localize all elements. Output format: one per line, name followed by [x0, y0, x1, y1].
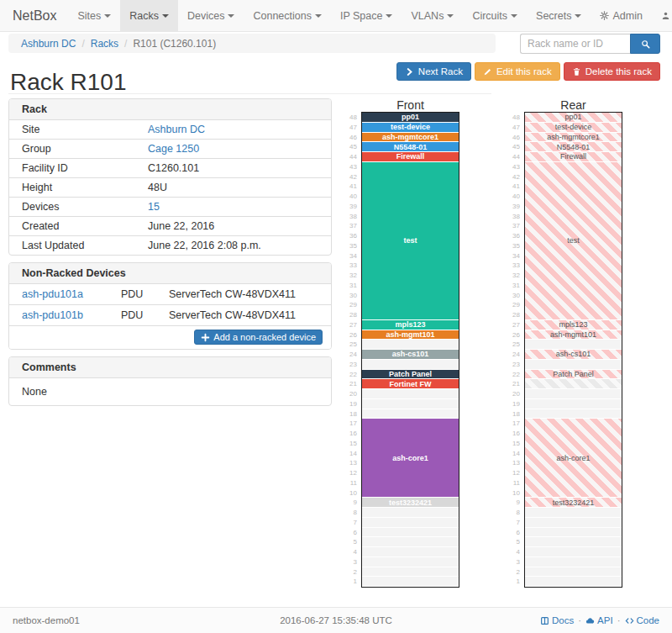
attribute-label: Facility ID	[9, 159, 135, 178]
front-empty-unit-2	[362, 567, 459, 577]
footer-link-code[interactable]: Code	[625, 615, 660, 625]
add-non-racked-device-button[interactable]: Add a non-racked device	[194, 330, 323, 345]
unit-number: 45	[343, 142, 360, 152]
delete-this-rack-button[interactable]: Delete this rack	[564, 62, 660, 81]
rear-slot-mpls123[interactable]: mpls123	[525, 320, 622, 330]
nav-item-sites[interactable]: Sites	[68, 0, 120, 31]
non-racked-panel-footer: Add a non-racked device	[9, 325, 331, 349]
nav-item-profile[interactable]: Profile	[652, 0, 672, 31]
user-nav: AdminProfileLog out	[591, 0, 672, 31]
rear-slot-ash-mgmt101[interactable]: ash-mgmt101	[525, 330, 622, 340]
unit-number: 21	[343, 379, 360, 389]
rear-slot-u21[interactable]	[525, 379, 622, 388]
front-slot-pp01[interactable]: pp01	[362, 113, 459, 122]
caret-down-icon	[228, 14, 234, 18]
rear-slot-ash-cs101[interactable]: ash-cs101	[525, 350, 622, 359]
footer-link-docs[interactable]: Docs	[540, 615, 574, 625]
front-slot-fortinet-fw[interactable]: Fortinet FW	[362, 379, 459, 388]
front-slot-ash-mgmtcore1[interactable]: ash-mgmtcore1	[362, 133, 459, 142]
rear-empty-unit-20	[525, 389, 622, 398]
rear-slot-test[interactable]: test	[525, 162, 622, 319]
brand-netbox[interactable]: NetBox	[0, 0, 68, 31]
attribute-value-link[interactable]: 15	[148, 201, 160, 213]
front-slot-mpls123[interactable]: mpls123	[362, 320, 459, 330]
unit-number: 16	[343, 429, 360, 439]
breadcrumb-item-r101-c1260-101: R101 (C1260.101)	[133, 38, 216, 50]
rear-empty-unit-19	[525, 399, 622, 409]
nav-item-circuits[interactable]: Circuits	[463, 0, 527, 31]
front-empty-unit-20	[362, 389, 459, 398]
unit-number: 40	[343, 192, 360, 202]
front-slot-n5548-01[interactable]: N5548-01	[362, 142, 459, 151]
nav-item-ip-space[interactable]: IP Space	[331, 0, 402, 31]
unit-number: 36	[343, 231, 360, 241]
rear-slot-ash-core1[interactable]: ash-core1	[525, 419, 622, 497]
nav-item-connections[interactable]: Connections	[244, 0, 331, 31]
nav-item-racks[interactable]: Racks	[120, 0, 178, 31]
nav-item-secrets[interactable]: Secrets	[527, 0, 591, 31]
breadcrumb: Ashburn DC/Racks/R101 (C1260.101)	[8, 34, 496, 53]
unit-number: 8	[506, 508, 522, 518]
unit-number: 4	[343, 547, 360, 557]
rear-slot-ash-mgmtcore1[interactable]: ash-mgmtcore1	[525, 133, 622, 142]
rack-details-column: Rack SiteAshburn DCGroupCage 1250Facilit…	[8, 98, 332, 413]
rear-slot-firewall[interactable]: Firewall	[525, 152, 622, 161]
rear-slot-test-device[interactable]: test-device	[525, 123, 622, 132]
unit-number: 38	[343, 212, 360, 222]
breadcrumb-item-ashburn-dc[interactable]: Ashburn DC	[21, 38, 76, 50]
attribute-value-link[interactable]: Cage 1250	[148, 143, 199, 155]
edit-this-rack-button[interactable]: Edit this rack	[475, 62, 560, 81]
unit-number: 43	[506, 162, 522, 172]
front-slot-ash-mgmt101[interactable]: ash-mgmt101	[362, 330, 459, 340]
rear-empty-unit-1	[525, 577, 622, 586]
unit-number: 48	[506, 113, 522, 123]
rack-info-panel-title: Rack	[9, 99, 331, 120]
footer-link-api[interactable]: API	[585, 615, 613, 625]
rear-slot-pp01[interactable]: pp01	[525, 113, 622, 122]
unit-number: 13	[343, 458, 360, 468]
search-input[interactable]	[520, 34, 630, 54]
footer-link-separator: ·	[617, 615, 621, 625]
rear-slot-patch-panel[interactable]: Patch Panel	[525, 370, 622, 379]
device-name-link[interactable]: ash-pdu101a	[22, 288, 83, 300]
unit-number: 4	[506, 547, 522, 557]
main-nav: SitesRacksDevicesConnectionsIP SpaceVLAN…	[68, 0, 591, 31]
footer-links: Docs·API·Code	[540, 615, 659, 625]
unit-number: 16	[506, 429, 522, 439]
title-divider	[8, 93, 491, 94]
front-slot-firewall[interactable]: Firewall	[362, 152, 459, 161]
nav-item-devices[interactable]: Devices	[178, 0, 244, 31]
device-name-link[interactable]: ash-pdu101b	[22, 309, 83, 321]
breadcrumb-item-racks[interactable]: Racks	[91, 38, 118, 50]
rear-empty-unit-3	[525, 557, 622, 567]
unit-number: 17	[506, 419, 522, 429]
unit-number: 10	[506, 488, 522, 498]
nav-item-admin[interactable]: Admin	[591, 0, 651, 31]
unit-number: 25	[506, 340, 522, 350]
unit-number: 25	[343, 340, 360, 350]
front-slot-ash-core1[interactable]: ash-core1	[362, 419, 459, 497]
rear-slot-test3232421[interactable]: test3232421	[525, 498, 622, 507]
unit-number: 11	[506, 478, 522, 488]
rear-empty-unit-6	[525, 528, 622, 537]
front-slot-ash-cs101[interactable]: ash-cs101	[362, 350, 459, 359]
front-slot-patch-panel[interactable]: Patch Panel	[362, 370, 459, 379]
unit-number: 30	[343, 291, 360, 301]
attribute-value-link[interactable]: Ashburn DC	[148, 124, 205, 135]
front-empty-unit-5	[362, 537, 459, 546]
unit-number: 12	[506, 468, 522, 478]
front-slot-test[interactable]: test	[362, 162, 459, 319]
front-empty-unit-23	[362, 360, 459, 369]
nav-item-vlans[interactable]: VLANs	[402, 0, 463, 31]
search-button[interactable]	[630, 34, 660, 54]
breadcrumb-separator: /	[81, 38, 84, 50]
unit-number: 37	[506, 221, 522, 231]
front-slot-test3232421[interactable]: test3232421	[362, 498, 459, 507]
next-rack-button[interactable]: Next Rack	[396, 62, 471, 81]
front-unit-numbers: 4847464544434241403938373635343332313029…	[343, 113, 360, 587]
rear-slot-n5548-01[interactable]: N5548-01	[525, 142, 622, 151]
unit-number: 29	[343, 300, 360, 310]
front-slot-test-device[interactable]: test-device	[362, 123, 459, 132]
device-role: PDU	[108, 305, 156, 326]
rear-empty-unit-25	[525, 340, 622, 349]
